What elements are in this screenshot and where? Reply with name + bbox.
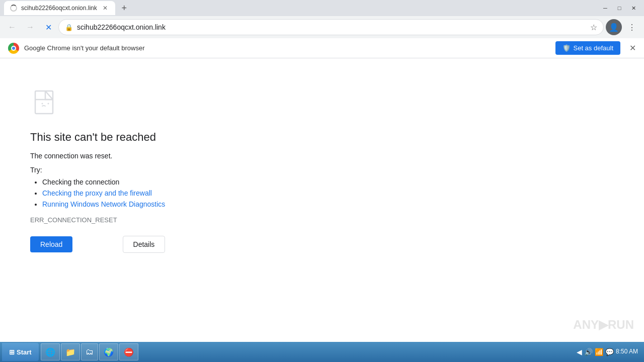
reload-button[interactable]: Reload xyxy=(30,236,72,252)
profile-button[interactable]: 👤 xyxy=(606,19,622,35)
clock-time: 8:50 AM xyxy=(616,348,638,356)
error-subtitle: The connection was reset. xyxy=(30,152,165,160)
shield-icon: 🛡️ xyxy=(562,44,571,52)
tab-close-button[interactable]: ✕ xyxy=(101,4,109,12)
taskbar-ie-icon[interactable]: 🌐 xyxy=(41,343,60,360)
loading-icon: ✕ xyxy=(45,23,52,32)
window-controls: ─ □ ✕ xyxy=(599,3,640,13)
winamp-icon: 🗂 xyxy=(86,347,94,356)
svg-point-2 xyxy=(42,103,43,105)
start-label: Start xyxy=(17,348,32,356)
volume-icon[interactable]: 🔊 xyxy=(584,348,593,356)
svg-point-3 xyxy=(48,103,49,105)
chrome-logo xyxy=(8,43,19,54)
error-container: This site can't be reached The connectio… xyxy=(30,88,165,253)
taskbar-folder-icon[interactable]: 📁 xyxy=(61,343,80,360)
menu-icon: ⋮ xyxy=(628,23,636,32)
folder-icon: 📁 xyxy=(65,347,75,357)
list-item: Checking the connection xyxy=(42,178,165,186)
error-suggestions-list: Checking the connection Checking the pro… xyxy=(30,178,165,208)
proxy-firewall-link[interactable]: Checking the proxy and the firewall xyxy=(42,189,152,197)
svg-rect-0 xyxy=(35,91,53,114)
diagnostics-link[interactable]: Running Windows Network Diagnostics xyxy=(42,200,165,208)
taskbar-security-icon[interactable]: ⛔ xyxy=(119,343,138,360)
nav-bar: ← → ✕ 🔒 ☆ 👤 ⋮ xyxy=(0,16,644,38)
default-browser-bar: Google Chrome isn't your default browser… xyxy=(0,38,644,58)
list-item: Running Windows Network Diagnostics xyxy=(42,200,165,208)
error-icon xyxy=(30,88,60,119)
close-button[interactable]: ✕ xyxy=(627,3,640,13)
taskbar-system-tray: ◀ 🔊 📶 💬 8:50 AM xyxy=(573,348,642,356)
chrome-taskbar-icon: 🌍 xyxy=(104,347,114,357)
default-browser-message: Google Chrome isn't your default browser xyxy=(24,44,550,52)
new-tab-button[interactable]: + xyxy=(117,1,131,15)
back-button[interactable]: ← xyxy=(4,19,20,35)
error-code: ERR_CONNECTION_RESET xyxy=(30,216,165,224)
bookmark-icon[interactable]: ☆ xyxy=(590,23,597,32)
menu-button[interactable]: ⋮ xyxy=(624,19,640,35)
title-bar: scihub22266oqcxt.onion.link ✕ + ─ □ ✕ xyxy=(0,0,644,16)
profile-icon: 👤 xyxy=(609,23,619,32)
ie-icon: 🌐 xyxy=(45,347,55,357)
loading-spinner xyxy=(10,5,17,12)
browser-tab[interactable]: scihub22266oqcxt.onion.link ✕ xyxy=(4,1,115,15)
start-icon: ⊞ xyxy=(9,348,15,356)
minimize-button[interactable]: ─ xyxy=(599,3,612,13)
back-icon: ← xyxy=(8,23,16,32)
tray-arrow-icon[interactable]: ◀ xyxy=(577,348,582,356)
main-content: This site can't be reached The connectio… xyxy=(0,58,644,342)
taskbar: ⊞ Start 🌐 📁 🗂 🌍 ⛔ ◀ 🔊 📶 💬 8:50 AM xyxy=(0,342,644,362)
error-actions: Reload Details xyxy=(30,236,165,253)
error-title: This site can't be reached xyxy=(30,131,165,144)
watermark: ANY▶RUN xyxy=(573,318,634,332)
tab-title: scihub22266oqcxt.onion.link xyxy=(21,5,97,12)
taskbar-items: 🌐 📁 🗂 🌍 ⛔ xyxy=(41,343,138,360)
forward-icon: → xyxy=(26,23,34,32)
message-icon[interactable]: 💬 xyxy=(605,348,614,356)
set-default-label: Set as default xyxy=(574,44,614,52)
system-clock[interactable]: 8:50 AM xyxy=(616,348,638,356)
list-item: Checking the proxy and the firewall xyxy=(42,189,165,197)
details-button[interactable]: Details xyxy=(123,236,166,253)
taskbar-chrome-icon[interactable]: 🌍 xyxy=(99,343,118,360)
set-default-button[interactable]: 🛡️ Set as default xyxy=(555,41,621,55)
dismiss-button[interactable]: ✕ xyxy=(629,43,636,53)
lock-icon: 🔒 xyxy=(65,24,73,31)
forward-button[interactable]: → xyxy=(22,19,38,35)
svg-line-4 xyxy=(45,91,53,100)
taskbar-winamp-icon[interactable]: 🗂 xyxy=(81,343,98,360)
address-input[interactable] xyxy=(77,23,586,31)
start-button[interactable]: ⊞ Start xyxy=(2,343,39,361)
security-icon: ⛔ xyxy=(124,347,134,357)
watermark-text: ANY▶RUN xyxy=(573,318,634,332)
maximize-button[interactable]: □ xyxy=(613,3,626,13)
network-icon[interactable]: 📶 xyxy=(595,348,603,356)
reload-button[interactable]: ✕ xyxy=(40,19,56,35)
error-try-label: Try: xyxy=(30,166,165,174)
suggestion-text-1: Checking the connection xyxy=(42,178,119,186)
address-bar[interactable]: 🔒 ☆ xyxy=(58,19,604,35)
